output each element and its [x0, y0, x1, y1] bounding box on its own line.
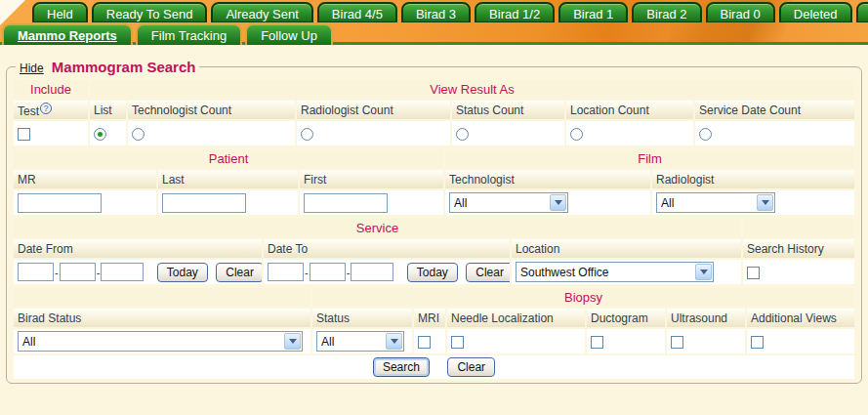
mri-label: MRI [414, 309, 445, 327]
hide-link[interactable]: Hide [20, 62, 44, 75]
first-name-input[interactable] [304, 193, 388, 213]
patient-film-section: Patient Film MR Last First Technologist … [12, 147, 856, 217]
service-section: Service Date From Date To Location Searc… [12, 217, 856, 286]
search-button[interactable]: Search [373, 357, 430, 377]
date-to-month-input[interactable] [268, 263, 304, 281]
first-label: First [300, 170, 443, 188]
chevron-down-icon[interactable] [386, 333, 402, 350]
location-count-radio[interactable] [570, 128, 583, 141]
tab-birad-0[interactable]: Birad 0 [706, 2, 775, 22]
technologist-select[interactable]: All [449, 192, 568, 213]
tab-birad-2[interactable]: Birad 2 [632, 2, 701, 22]
report-status-tabbar: Held Ready To Send Already Sent Birad 4/… [32, 2, 868, 22]
test-label: Test? [14, 101, 88, 119]
chevron-down-icon[interactable] [284, 333, 301, 350]
patient-header: Patient [14, 149, 443, 168]
date-to-label: Date To [264, 239, 510, 258]
radiologist-count-radio[interactable] [301, 128, 313, 141]
ductogram-label: Ductogram [587, 309, 665, 327]
film-header: Film [445, 149, 854, 168]
date-to-today-button[interactable]: Today [407, 263, 458, 282]
tab-held[interactable]: Held [32, 2, 88, 22]
panel-legend: Hide Mammogram Search [16, 59, 199, 75]
birad-status-label: Birad Status [14, 309, 310, 327]
technologist-label: Technologist [445, 170, 650, 188]
ultrasound-label: Ultrasound [667, 309, 745, 327]
search-history-label: Search History [743, 239, 854, 258]
radiologist-label: Radiologist [652, 170, 854, 188]
view-result-as-header: View Result As [90, 80, 854, 99]
date-from-day-input[interactable] [60, 263, 96, 281]
clear-button[interactable]: Clear [447, 357, 495, 377]
date-from-year-input[interactable] [101, 263, 144, 281]
date-from-today-button[interactable]: Today [157, 263, 208, 282]
mr-label: MR [14, 170, 156, 188]
service-date-count-label: Service Date Count [695, 101, 854, 119]
service-date-count-radio[interactable] [699, 128, 712, 141]
list-label: List [90, 101, 126, 119]
location-label: Location [512, 239, 741, 258]
date-to-year-input[interactable] [351, 263, 393, 281]
birad-status-select[interactable]: All [18, 331, 303, 352]
mr-input[interactable] [18, 193, 102, 213]
biopsy-header-spacer [14, 288, 310, 307]
tab-birad-1[interactable]: Birad 1 [558, 2, 628, 22]
ductogram-checkbox[interactable] [591, 336, 603, 349]
top-nav-band: Held Ready To Send Already Sent Birad 4/… [0, 0, 868, 45]
actions-row: Search Clear [14, 355, 854, 379]
biopsy-section: Biopsy Birad Status Status MRI Needle Lo… [12, 286, 856, 355]
date-to-clear-button[interactable]: Clear [466, 263, 510, 282]
tab-birad-3[interactable]: Birad 3 [401, 2, 471, 22]
date-from-label: Date From [14, 239, 262, 258]
radiologist-select[interactable]: All [656, 192, 775, 213]
panel-title: Mammogram Search [52, 59, 196, 75]
location-count-label: Location Count [566, 101, 693, 119]
service-header: Service [14, 219, 741, 237]
date-from-month-input[interactable] [18, 263, 54, 281]
search-history-checkbox[interactable] [747, 267, 760, 279]
include-header: Include [14, 80, 88, 99]
last-label: Last [158, 170, 298, 188]
help-icon[interactable]: ? [40, 103, 52, 114]
chevron-down-icon[interactable] [695, 264, 712, 280]
tab-mammo-reports[interactable]: Mammo Reports [2, 23, 133, 45]
status-label: Status [312, 309, 412, 327]
date-from-clear-button[interactable]: Clear [216, 263, 262, 282]
chevron-down-icon[interactable] [757, 194, 773, 211]
chevron-down-icon[interactable] [550, 194, 566, 211]
status-count-radio[interactable] [456, 128, 469, 141]
location-select[interactable]: Southwest Office [516, 262, 714, 282]
date-from-cell: -- Today Clear [14, 260, 262, 284]
technologist-count-label: Technologist Count [128, 101, 295, 119]
technologist-count-radio[interactable] [132, 128, 145, 141]
mammogram-search-panel: Hide Mammogram Search Include View Resul… [6, 59, 862, 384]
tab-follow-up[interactable]: Follow Up [245, 23, 333, 45]
radiologist-count-label: Radiologist Count [297, 101, 450, 119]
status-select[interactable]: All [316, 331, 404, 352]
tab-birad-4-5[interactable]: Birad 4/5 [317, 2, 397, 22]
module-tabbar: Mammo Reports Film Tracking Follow Up [2, 23, 333, 45]
tab-already-sent[interactable]: Already Sent [211, 2, 312, 22]
test-checkbox[interactable] [18, 128, 30, 141]
ultrasound-checkbox[interactable] [671, 336, 683, 349]
service-header-spacer [743, 219, 854, 237]
tab-film-tracking[interactable]: Film Tracking [136, 23, 242, 45]
biopsy-header: Biopsy [312, 288, 854, 307]
include-section: Include View Result As Test? List Techno… [12, 78, 856, 147]
tab-ready-to-send[interactable]: Ready To Send [92, 2, 208, 22]
additional-views-checkbox[interactable] [751, 336, 764, 349]
tab-non-compliant[interactable]: Non-Compliant [856, 2, 868, 22]
tab-deleted[interactable]: Deleted [779, 2, 852, 22]
needle-localization-checkbox[interactable] [451, 336, 464, 349]
corner-wedge-decoration [0, 0, 25, 25]
list-radio[interactable] [94, 128, 106, 141]
mri-checkbox[interactable] [418, 336, 431, 349]
needle-localization-label: Needle Localization [447, 309, 585, 327]
status-count-label: Status Count [452, 101, 564, 119]
date-to-cell: -- Today Clear [264, 260, 510, 284]
last-name-input[interactable] [162, 193, 246, 213]
additional-views-label: Additional Views [747, 309, 854, 327]
tab-birad-1-2[interactable]: Birad 1/2 [475, 2, 555, 22]
date-to-day-input[interactable] [310, 263, 346, 281]
